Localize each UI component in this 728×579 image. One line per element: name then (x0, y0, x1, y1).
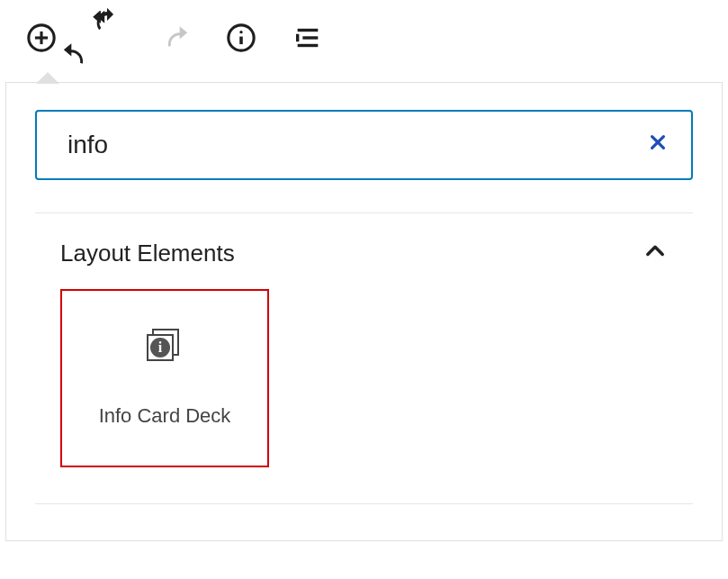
outline-button[interactable] (292, 23, 324, 56)
redo-icon (159, 23, 190, 57)
undo-button[interactable] (92, 23, 124, 56)
close-icon (648, 132, 668, 157)
info-button[interactable] (225, 23, 257, 56)
block-section: Layout Elements i Info Card Deck (35, 213, 693, 504)
info-circle-icon (226, 23, 256, 57)
info-card-deck-icon: i (147, 329, 183, 365)
redo-button (158, 23, 191, 56)
svg-point-4 (239, 31, 242, 33)
add-block-button[interactable] (25, 23, 58, 56)
undo-icon (92, 5, 124, 74)
plus-circle-icon (26, 23, 57, 57)
clear-search-button[interactable] (643, 127, 673, 163)
block-item-info-card-deck[interactable]: i Info Card Deck (60, 289, 269, 467)
section-title: Layout Elements (60, 240, 235, 267)
block-search-wrapper (35, 110, 693, 180)
list-outline-icon (292, 23, 323, 57)
block-inserter-panel: Layout Elements i Info Card Deck (5, 82, 723, 541)
collapse-button[interactable] (643, 239, 668, 267)
chevron-up-icon (643, 251, 668, 267)
editor-toolbar (0, 0, 728, 72)
block-grid: i Info Card Deck (35, 289, 693, 467)
section-header[interactable]: Layout Elements (35, 239, 693, 289)
block-search-input[interactable] (66, 130, 643, 160)
panel-pointer-arrow (37, 71, 58, 82)
block-label: Info Card Deck (99, 404, 231, 428)
